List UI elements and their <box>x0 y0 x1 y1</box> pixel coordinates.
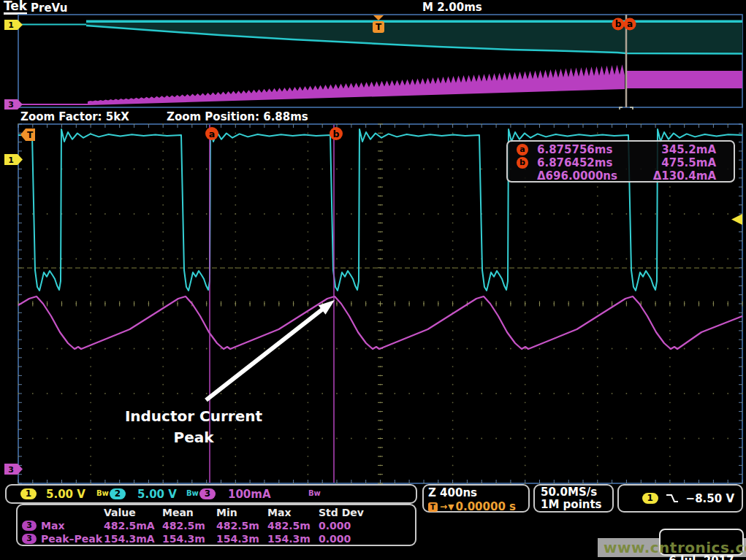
channel-2-badge: 2 <box>110 488 126 499</box>
annotation-text: Inductor Current Peak <box>88 406 300 448</box>
cursor-delta-value: Δ130.4mA <box>631 169 734 183</box>
zoom-scale-readout: Z 400ns <box>428 486 528 499</box>
channel-1-badge: 1 <box>20 488 37 499</box>
channel-3-bandwidth-icon: Bw <box>308 489 321 497</box>
channel-1-bandwidth-icon: Bw <box>96 489 109 497</box>
meas-value: 482.5mA <box>104 519 162 532</box>
watermark-text: www.cntronics.com <box>604 539 746 556</box>
cursor-delta-row: Δ696.0000ns Δ130.4mA <box>508 169 734 183</box>
falling-edge-icon <box>666 493 679 504</box>
meas-mean: 482.5m <box>162 519 216 532</box>
annotation-line2: Peak <box>88 427 300 448</box>
channel-2-bandwidth-icon: Bw <box>186 489 199 497</box>
annotation-arrow-icon <box>206 300 335 400</box>
meas-mean: 154.3m <box>162 532 216 545</box>
meas-min: 482.5m <box>216 519 267 532</box>
meas-label: Max <box>41 519 104 532</box>
meas-label: Peak–Peak <box>41 532 104 545</box>
cursor-a-label: a <box>209 129 215 139</box>
meas-value: 154.3mA <box>104 532 162 545</box>
col-header-stddev: Std Dev <box>319 507 415 519</box>
trigger-source-badge: 1 <box>642 493 658 504</box>
overview-cursor-b-label: b <box>615 19 622 29</box>
acquisition-readout: 50.0MS/s 1M points <box>533 484 614 513</box>
measurement-header-row: Value Mean Min Max Std Dev <box>22 507 415 519</box>
meas-stddev: 0.000 <box>319 519 415 532</box>
cursor-a-badge: a <box>517 144 528 156</box>
meas-min: 154.3m <box>216 532 267 545</box>
main-ch1-position-label: 1 <box>8 156 14 165</box>
cursor-b-time: 6.876452ms <box>537 156 631 169</box>
meas-max: 482.5m <box>267 519 319 532</box>
annotation-line1: Inductor Current <box>88 406 300 427</box>
trigger-t-icon: T <box>428 502 438 512</box>
overview-ch1-position-label: 1 <box>8 20 14 30</box>
delay-value: 0.00000 s <box>456 500 516 513</box>
trigger-readout: 1 −8.50 V <box>617 484 743 513</box>
meas-max: 154.3m <box>267 532 319 545</box>
channel-2-scale: 5.00 V <box>137 488 177 501</box>
meas-ch-badge: 3 <box>22 534 37 544</box>
oscilloscope-screen: Tek PreVu M 2.00ms T b a 1 3 Zoom Factor… <box>0 0 746 560</box>
cursor-b-badge: b <box>517 157 528 169</box>
cursor-readout-box: a 6.875756ms 345.2mA b 6.876452ms 475.5m… <box>506 140 735 183</box>
measurement-row-max: 3 Max 482.5mA 482.5m 482.5m 482.5m 0.000 <box>22 519 415 532</box>
main-ch3-position-label: 3 <box>8 465 14 475</box>
overview-cursor-a-label: a <box>627 19 633 29</box>
channel-readout-bar: 1 5.00 V Bw 2 5.00 V Bw 3 100mA Bw <box>5 484 417 504</box>
measurement-row-peakpeak: 3 Peak–Peak 154.3mA 154.3m 154.3m 154.3m… <box>22 532 415 545</box>
trigger-position-label: T <box>376 22 382 32</box>
channel-3-badge: 3 <box>199 488 216 499</box>
trigger-marker-icon: ▼ <box>448 502 454 512</box>
cursor-delta-time: Δ696.0000ns <box>537 169 631 183</box>
arrow-right-icon: → <box>440 502 447 512</box>
trigger-position-icon <box>373 15 384 20</box>
channel-3-scale: 100mA <box>228 488 271 501</box>
meas-ch-badge: 3 <box>22 521 37 531</box>
cursor-a-readout-row: a 6.875756ms 345.2mA <box>508 143 734 156</box>
trigger-delay-readout: T → ▼ 0.00000 s <box>428 500 528 513</box>
cursor-a-value: 345.2mA <box>631 143 734 156</box>
col-header-mean: Mean <box>162 507 216 519</box>
record-length: 1M points <box>541 499 612 511</box>
trigger-level-arrow-icon[interactable] <box>731 214 742 225</box>
overview-ch3-position-label: 3 <box>8 100 14 110</box>
measurement-table: Value Mean Min Max Std Dev 3 Max 482.5mA… <box>16 504 416 546</box>
cursor-a-time: 6.875756ms <box>537 143 631 156</box>
cursor-b-value: 475.5mA <box>631 156 734 169</box>
trigger-time-label: T <box>27 130 34 140</box>
cursor-b-label: b <box>333 129 340 139</box>
channel-1-scale: 5.00 V <box>46 488 85 501</box>
cursor-b-readout-row: b 6.876452ms 475.5mA <box>508 156 734 169</box>
meas-stddev: 0.000 <box>319 532 415 545</box>
sample-rate: 50.0MS/s <box>541 486 612 499</box>
col-header-max: Max <box>267 507 319 519</box>
col-header-value: Value <box>104 507 162 519</box>
horizontal-zoom-readout: Z 400ns T → ▼ 0.00000 s <box>422 484 530 513</box>
trigger-level-value: −8.50 V <box>686 492 734 505</box>
overview-waveform-window: T b a 1 3 <box>0 0 746 110</box>
col-header-min: Min <box>216 507 267 519</box>
